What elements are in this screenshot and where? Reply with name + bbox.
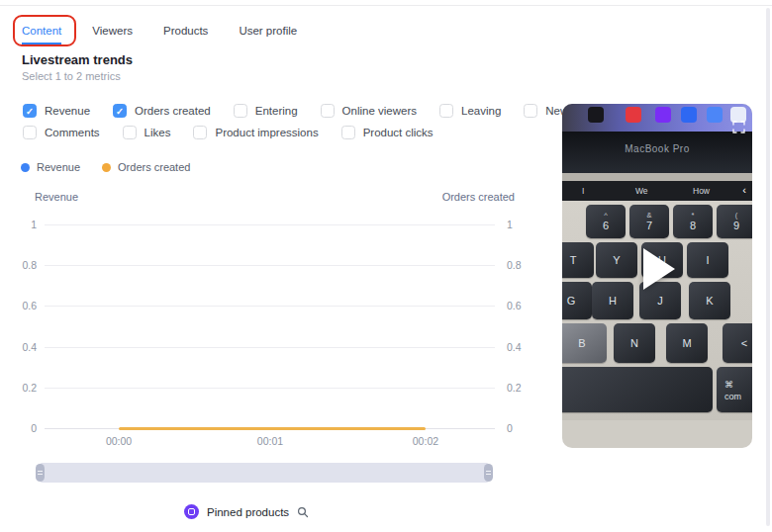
metric-checkbox-product-clicks[interactable]: Product clicks <box>341 126 434 139</box>
legend-label: Revenue <box>37 161 80 173</box>
keyboard-key: G <box>562 282 592 319</box>
keyboard-key: Y <box>596 242 637 278</box>
tab-products[interactable]: Products <box>163 25 208 44</box>
right-axis-title: Orders created <box>442 191 515 203</box>
legend-dot <box>102 163 111 172</box>
checkbox-icon: ✓ <box>113 104 127 118</box>
checkbox-icon <box>193 126 207 139</box>
checkbox-icon <box>524 104 537 118</box>
dock-app-icon <box>707 107 723 123</box>
keyboard-key: ⌘com <box>717 367 752 412</box>
metric-label: Product clicks <box>363 127 434 138</box>
tab-user-profile[interactable]: User profile <box>239 25 297 44</box>
fullscreen-icon[interactable] <box>732 121 745 133</box>
dock-app-icon <box>681 107 697 123</box>
x-tick-label: 00:02 <box>413 435 438 447</box>
page-title: Livestream trends <box>22 52 133 67</box>
dock-app-icon <box>626 107 641 123</box>
x-tick-label: 00:00 <box>106 435 132 447</box>
y-tick-label: 0 <box>31 422 37 434</box>
metric-checkbox-orders-created[interactable]: ✓Orders created <box>113 104 211 118</box>
pinned-product-icon <box>184 504 199 519</box>
gridline <box>45 388 495 389</box>
y-tick-label: 1 <box>507 219 513 230</box>
keyboard-key: N <box>614 323 655 363</box>
metric-checkbox-revenue[interactable]: ✓Revenue <box>23 104 90 118</box>
metric-checkbox-likes[interactable]: Likes <box>123 126 171 139</box>
touchbar-suggestion: How <box>693 186 710 196</box>
metric-checkbox-product-impressions[interactable]: Product impressions <box>193 126 318 139</box>
keyboard-key: *8 <box>673 205 713 238</box>
touchbar-suggestion: We <box>635 186 648 196</box>
y-tick-label: 0.4 <box>22 341 37 353</box>
search-icon[interactable] <box>297 506 309 518</box>
play-icon[interactable] <box>643 248 675 290</box>
metric-label: Leaving <box>461 105 501 117</box>
page-scrollbar[interactable] <box>766 8 770 526</box>
metrics-hint: Select 1 to 2 metrics <box>22 70 121 82</box>
chart-legend: RevenueOrders created <box>21 161 190 173</box>
gridline <box>45 306 495 307</box>
metric-label: Entering <box>255 105 298 117</box>
legend-dot <box>21 163 30 172</box>
slider-handle-left[interactable] <box>36 464 45 482</box>
dock-app-icon <box>588 107 604 123</box>
gridline <box>45 347 495 348</box>
checkbox-icon <box>439 104 453 118</box>
keyboard-key: (9 <box>717 205 752 238</box>
gridline <box>45 265 495 266</box>
metric-checkbox-comments[interactable]: Comments <box>23 126 100 139</box>
y-tick-label: 0.4 <box>507 341 522 353</box>
metric-row: CommentsLikesProduct impressionsProduct … <box>23 126 617 139</box>
x-tick-label: 00:01 <box>257 435 283 447</box>
livestream-video-preview[interactable]: MacBook Pro ‹ IWeHow ^6&7*8(9TYUIGHJKBNM… <box>562 104 752 448</box>
metric-label: Orders created <box>135 105 211 117</box>
keyboard-key: I <box>687 242 728 278</box>
y-axis-labels-left: 00.20.40.60.81 <box>0 224 37 428</box>
dock-app-icon <box>655 107 671 123</box>
metric-row: ✓Revenue✓Orders createdEnteringOnline vi… <box>23 104 617 118</box>
legend-item-orders-created: Orders created <box>102 161 190 173</box>
legend-label: Orders created <box>118 161 190 173</box>
metric-label: Likes <box>145 127 171 138</box>
keyboard-key: < <box>723 323 752 363</box>
metric-label: Product impressions <box>215 127 318 138</box>
orders-created-series-line <box>119 427 426 430</box>
pinned-products-marker[interactable]: Pinned products <box>184 504 309 519</box>
keyboard-key: ^6 <box>586 205 626 238</box>
y-tick-label: 0.2 <box>22 382 37 394</box>
touchbar-suggestion: I <box>582 186 584 196</box>
metric-checkbox-entering[interactable]: Entering <box>234 104 298 118</box>
macbook-keyboard: ^6&7*8(9TYUIGHJKBNM<⌘com <box>562 201 752 420</box>
metric-label: Online viewers <box>342 105 417 117</box>
y-axis-labels-right: 00.20.40.60.81 <box>507 224 536 428</box>
macbook-hinge <box>562 173 752 181</box>
keyboard-key <box>562 367 713 412</box>
macbook-touchbar: ‹ IWeHow <box>562 181 752 201</box>
metric-checkbox-group: ✓Revenue✓Orders createdEnteringOnline vi… <box>23 104 617 139</box>
keyboard-key: &7 <box>629 205 669 238</box>
legend-item-revenue: Revenue <box>21 161 80 173</box>
tab-bar: Content Viewers Products User profile <box>22 25 297 44</box>
keyboard-key: T <box>562 242 594 278</box>
trend-chart-plot <box>45 224 495 428</box>
keyboard-key: B <box>562 323 607 363</box>
metric-label: Comments <box>45 127 100 138</box>
touchbar-chevron-icon: ‹ <box>742 184 746 196</box>
metric-label: Revenue <box>45 105 90 117</box>
checkbox-icon <box>123 126 137 139</box>
tab-viewers[interactable]: Viewers <box>92 25 133 44</box>
y-tick-label: 0.6 <box>507 300 522 311</box>
x-axis-labels: 00:0000:0100:02 <box>45 435 495 449</box>
tab-content[interactable]: Content <box>22 25 61 44</box>
checkbox-icon <box>341 126 355 139</box>
metric-checkbox-leaving[interactable]: Leaving <box>439 104 501 118</box>
checkbox-icon: ✓ <box>23 104 37 118</box>
slider-handle-right[interactable] <box>484 464 493 482</box>
time-range-slider[interactable] <box>40 463 489 483</box>
y-tick-label: 0.8 <box>22 259 37 271</box>
metric-checkbox-online-viewers[interactable]: Online viewers <box>321 104 417 118</box>
checkbox-icon <box>234 104 247 118</box>
y-tick-label: 1 <box>31 219 37 230</box>
livestream-analytics-page: Content Viewers Products User profile Li… <box>0 0 772 532</box>
